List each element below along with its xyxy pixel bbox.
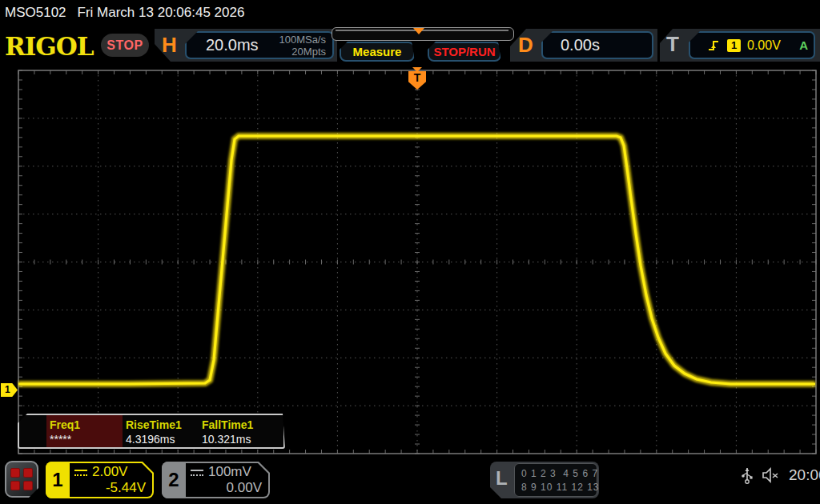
channel1-offset: -5.44V (74, 480, 146, 496)
channel1-scale: 2.00V (92, 464, 127, 480)
channel2-status[interactable]: 100mV 0.00V 2 (162, 462, 270, 498)
logic-channels-status[interactable]: L 0 1 2 3 4 5 6 7 8 9 10 11 12 13 14 15 (490, 462, 599, 498)
measurement-value: 10.321ms (202, 432, 275, 446)
menu-square-icon (10, 481, 20, 490)
measurement-panel[interactable]: Freq1 ***** RiseTime1 4.3196ms FallTime1… (18, 414, 285, 449)
measurement-label: RiseTime1 (126, 418, 199, 432)
measurement-value: ***** (50, 432, 123, 446)
logic-row-0-7: 0 1 2 3 4 5 6 7 (521, 467, 597, 481)
logic-channels-box: 0 1 2 3 4 5 6 7 8 9 10 11 12 13 14 15 (514, 463, 597, 497)
menu-square-icon (23, 481, 33, 490)
bottom-status-bar: 2.00V -5.44V 1 100mV 0.00V 2 L (0, 458, 820, 504)
dc-coupling-icon (191, 470, 203, 476)
menu-button[interactable] (5, 461, 38, 498)
channel2-scale: 100mV (208, 464, 251, 480)
menu-square-icon (10, 468, 20, 478)
oscilloscope-screen: MSO5102 Fri March 13 20:06:45 2026 RIGOL… (0, 0, 820, 504)
channel1-number[interactable]: 1 (46, 462, 70, 498)
channel1-status[interactable]: 2.00V -5.44V 1 (46, 462, 154, 498)
measurement-risetime1[interactable]: RiseTime1 4.3196ms (123, 415, 199, 447)
status-icons: 20:06 (741, 466, 820, 485)
measurement-spacer (19, 415, 46, 447)
logic-label: L (496, 467, 508, 490)
channel2-number[interactable]: 2 (162, 462, 186, 498)
measurement-falltime1[interactable]: FallTime1 10.321ms (199, 415, 275, 447)
menu-square-icon (23, 468, 33, 478)
measurement-label: FallTime1 (202, 418, 275, 432)
measurement-label: Freq1 (50, 418, 123, 432)
dc-coupling-icon (74, 470, 87, 476)
measurement-value: 4.3196ms (126, 432, 199, 446)
logic-row-8-15: 8 9 10 11 12 13 14 15 (521, 481, 597, 494)
system-clock: 20:06 (789, 466, 820, 484)
channel2-offset: 0.00V (191, 480, 262, 496)
measurement-freq1[interactable]: Freq1 ***** (46, 415, 123, 447)
speaker-muted-icon[interactable] (762, 467, 781, 483)
usb-icon (741, 466, 754, 485)
